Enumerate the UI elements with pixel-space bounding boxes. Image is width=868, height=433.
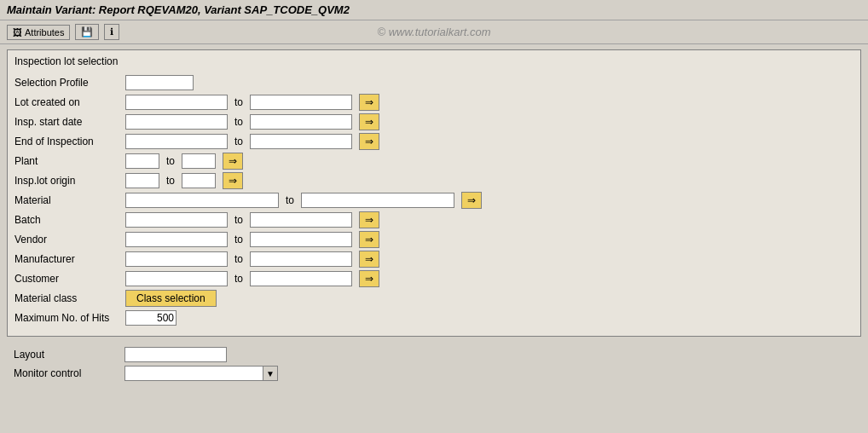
- plant-label: Plant: [14, 155, 125, 167]
- batch-arrow-btn[interactable]: ⇒: [359, 211, 379, 228]
- manufacturer-label: Manufacturer: [14, 253, 125, 265]
- layout-label: Layout: [14, 349, 124, 361]
- title-bar: Maintain Variant: Report RQEVAM20, Varia…: [0, 0, 868, 20]
- customer-to: to: [234, 273, 243, 285]
- plant-arrow-btn[interactable]: ⇒: [223, 153, 243, 170]
- max-hits-input[interactable]: [125, 310, 176, 326]
- insp-lot-origin-row: Insp.lot origin to ⇒: [14, 172, 854, 189]
- max-hits-label: Maximum No. of Hits: [14, 312, 125, 324]
- plant-to-input[interactable]: [182, 153, 216, 169]
- lot-created-from-input[interactable]: [125, 95, 228, 110]
- plant-row: Plant to ⇒: [14, 153, 854, 170]
- main-content: Inspection lot selection Selection Profi…: [0, 44, 868, 393]
- attributes-label: Attributes: [25, 27, 64, 38]
- batch-row: Batch to ⇒: [14, 211, 854, 228]
- end-inspection-arrow-btn[interactable]: ⇒: [359, 133, 379, 150]
- inspection-group-title: Inspection lot selection: [14, 54, 854, 69]
- insp-start-label: Insp. start date: [14, 116, 125, 128]
- plant-to: to: [166, 155, 175, 167]
- material-class-row: Material class Class selection: [14, 290, 854, 307]
- material-to: to: [286, 194, 294, 206]
- attributes-button[interactable]: 🖼 Attributes: [7, 25, 70, 40]
- selection-profile-row: Selection Profile: [14, 74, 854, 91]
- title-text: Maintain Variant: Report RQEVAM20, Varia…: [7, 3, 350, 16]
- manufacturer-arrow-btn[interactable]: ⇒: [359, 251, 379, 268]
- batch-to-input[interactable]: [250, 212, 352, 228]
- monitor-dropdown-arrow[interactable]: ▼: [263, 366, 278, 381]
- customer-from-input[interactable]: [125, 271, 228, 286]
- manufacturer-row: Manufacturer to ⇒: [14, 251, 854, 268]
- material-class-label: Material class: [14, 292, 125, 304]
- layout-input[interactable]: [124, 347, 227, 362]
- vendor-row: Vendor to ⇒: [14, 231, 854, 248]
- monitor-control-label: Monitor control: [14, 367, 124, 379]
- monitor-control-dropdown-wrapper: ▼: [124, 366, 278, 381]
- class-selection-button[interactable]: Class selection: [125, 290, 217, 307]
- insp-lot-origin-from-input[interactable]: [125, 173, 159, 188]
- lot-created-to: to: [234, 96, 243, 108]
- end-inspection-to-input[interactable]: [250, 134, 352, 149]
- info-icon-button[interactable]: ℹ: [104, 24, 119, 40]
- toolbar: 🖼 Attributes 💾 ℹ © www.tutorialkart.com: [0, 20, 868, 44]
- material-arrow-btn[interactable]: ⇒: [461, 192, 482, 209]
- insp-start-row: Insp. start date to ⇒: [14, 113, 854, 130]
- insp-start-to: to: [234, 116, 243, 128]
- material-row: Material to ⇒: [14, 192, 854, 209]
- lot-created-label: Lot created on: [14, 96, 125, 108]
- layout-row: Layout: [14, 347, 854, 362]
- lot-created-row: Lot created on to ⇒: [14, 94, 854, 111]
- manufacturer-to-input[interactable]: [250, 251, 352, 267]
- material-to-input[interactable]: [301, 193, 454, 208]
- insp-start-to-input[interactable]: [250, 114, 352, 130]
- insp-start-arrow-btn[interactable]: ⇒: [359, 113, 379, 130]
- insp-lot-origin-to: to: [166, 175, 175, 187]
- lot-created-arrow-btn[interactable]: ⇒: [359, 94, 379, 111]
- insp-start-from-input[interactable]: [125, 114, 228, 130]
- customer-row: Customer to ⇒: [14, 270, 854, 287]
- plant-from-input[interactable]: [125, 153, 159, 169]
- insp-lot-origin-to-input[interactable]: [182, 173, 216, 188]
- max-hits-row: Maximum No. of Hits: [14, 309, 854, 326]
- vendor-arrow-btn[interactable]: ⇒: [359, 231, 379, 248]
- vendor-to: to: [234, 234, 243, 245]
- vendor-label: Vendor: [14, 234, 125, 245]
- selection-profile-input[interactable]: [125, 75, 194, 90]
- watermark: © www.tutorialkart.com: [377, 26, 490, 38]
- attributes-icon: 🖼: [13, 27, 22, 38]
- material-from-input[interactable]: [125, 193, 279, 208]
- monitor-control-input[interactable]: [124, 366, 278, 381]
- vendor-from-input[interactable]: [125, 232, 228, 247]
- info-icon: ℹ: [110, 26, 113, 38]
- insp-lot-origin-arrow-btn[interactable]: ⇒: [223, 172, 243, 189]
- end-inspection-row: End of Inspection to ⇒: [14, 133, 854, 150]
- customer-to-input[interactable]: [250, 271, 352, 286]
- material-label: Material: [14, 194, 125, 206]
- batch-to: to: [234, 214, 243, 226]
- end-inspection-label: End of Inspection: [14, 136, 125, 147]
- customer-arrow-btn[interactable]: ⇒: [359, 270, 379, 287]
- batch-label: Batch: [14, 214, 125, 226]
- bottom-section: Layout Monitor control ▼: [7, 344, 861, 388]
- lot-created-to-input[interactable]: [250, 95, 352, 110]
- end-inspection-from-input[interactable]: [125, 134, 228, 149]
- save-icon-button[interactable]: 💾: [75, 24, 99, 40]
- inspection-group: Inspection lot selection Selection Profi…: [7, 49, 861, 337]
- manufacturer-from-input[interactable]: [125, 251, 228, 267]
- selection-profile-label: Selection Profile: [14, 77, 125, 89]
- vendor-to-input[interactable]: [250, 232, 352, 247]
- customer-label: Customer: [14, 273, 125, 285]
- insp-lot-origin-label: Insp.lot origin: [14, 175, 125, 187]
- save-icon: 💾: [81, 26, 93, 38]
- monitor-control-row: Monitor control ▼: [14, 366, 854, 381]
- batch-from-input[interactable]: [125, 212, 228, 228]
- end-inspection-to: to: [234, 136, 243, 147]
- manufacturer-to: to: [234, 253, 243, 265]
